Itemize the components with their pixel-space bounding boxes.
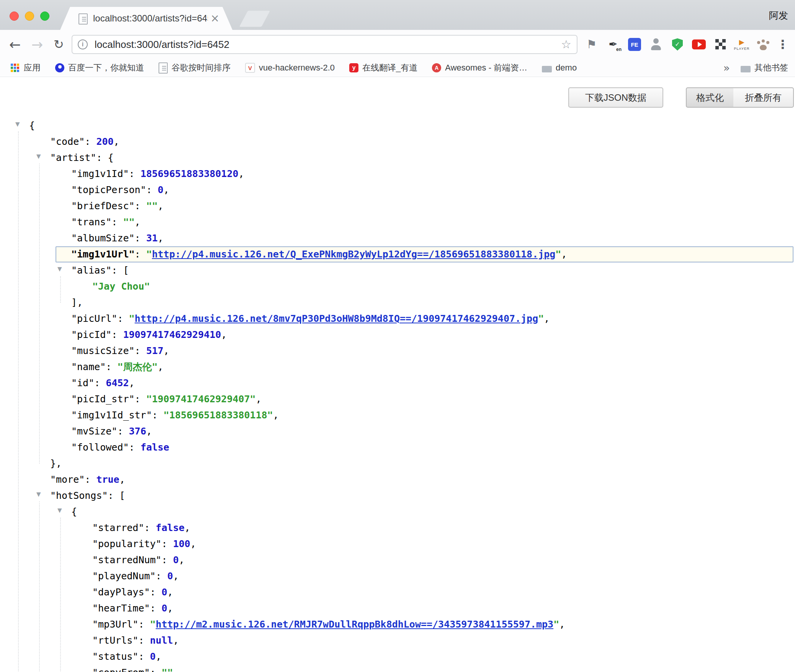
json-key: "starredNum" [92, 554, 162, 565]
json-line: { [0, 118, 795, 134]
collapse-toggle-icon[interactable]: ▼ [57, 266, 62, 272]
json-link[interactable]: http://m2.music.126.net/RMJR7wDullRqppBk… [156, 619, 554, 630]
minimize-window-button[interactable] [25, 11, 34, 21]
json-punct: , [158, 200, 164, 211]
bookmark-label: 谷歌按时间排序 [172, 62, 231, 74]
bookmark-item-vue-hackernews[interactable]: Vvue-hackernews-2.0 [245, 63, 335, 73]
extension-icon-flag[interactable]: ⚑ [584, 35, 599, 54]
other-bookmarks-button[interactable]: 其他书签 [741, 62, 788, 74]
new-tab-button[interactable] [239, 11, 270, 27]
json-link[interactable]: http://p4.music.126.net/Q_ExePNkmgB2yWyL… [152, 249, 556, 260]
json-punct: : [146, 184, 158, 195]
collapse-toggle-icon[interactable]: ▼ [15, 121, 20, 127]
address-bar[interactable]: i localhost:3000/artists?id=6452 ☆ [72, 35, 577, 54]
json-key: "musicSize" [71, 345, 135, 356]
json-punct: , [173, 635, 179, 646]
bookmark-item-baidu[interactable]: 百度一下，你就知道 [55, 62, 144, 74]
format-button[interactable]: 格式化 [686, 87, 734, 108]
json-key: "starred" [92, 522, 144, 533]
json-number: 0 [173, 554, 179, 565]
extension-icon-fe[interactable]: FE [627, 35, 642, 54]
json-punct: , [156, 651, 162, 662]
extension-icon-youtube[interactable] [692, 35, 706, 54]
bookmarks-right: » 其他书签 [723, 59, 788, 77]
json-punct: : [94, 377, 106, 388]
json-punct: : [129, 442, 141, 453]
json-string: "" [146, 200, 158, 211]
json-line: "followed": false [0, 439, 795, 456]
json-punct: , [164, 184, 169, 195]
json-line: "hearTime": 0, [0, 600, 795, 616]
json-key: "mvSize" [71, 426, 117, 437]
page-content: 下载JSON数据 格式化 折叠所有 {▼"code": 200,"artist"… [0, 77, 795, 672]
zoom-window-button[interactable] [40, 11, 49, 21]
json-link[interactable]: http://p4.music.126.net/8mv7qP30Pd3oHW8b… [135, 313, 538, 324]
json-key: "code" [50, 136, 85, 147]
json-number: 18569651883380120 [141, 168, 239, 179]
json-line: "albumSize": 31, [0, 230, 795, 246]
json-punct: , [146, 426, 152, 437]
json-string: " [146, 249, 152, 260]
close-window-button[interactable] [10, 11, 19, 21]
bookmark-item-apps[interactable]: 应用 [10, 62, 41, 74]
json-key: "hearTime" [92, 603, 150, 614]
json-punct: }, [50, 458, 62, 469]
extension-icon-shield[interactable]: ✓ [670, 35, 685, 54]
json-key: "name" [71, 361, 106, 372]
browser-menu-button[interactable]: ⋮ [777, 30, 789, 59]
bookmark-item-awesomes[interactable]: AAwesomes - 前端资… [432, 62, 527, 74]
json-punct: , [119, 474, 125, 485]
browser-tab[interactable]: localhost:3000/artists?id=645 × [60, 7, 232, 30]
folder-icon [741, 66, 751, 72]
json-line: "popularity": 100, [0, 536, 795, 552]
extension-icon-qr[interactable] [713, 35, 728, 54]
extension-icon-paw[interactable] [756, 35, 770, 54]
json-punct: , [190, 538, 196, 549]
json-punct: : [85, 136, 96, 147]
json-line: "briefDesc": "", [0, 198, 795, 214]
profile-name[interactable]: 阿发 [769, 9, 788, 22]
json-line: "code": 200, [0, 134, 795, 150]
json-punct: : [129, 168, 141, 179]
collapse-all-button[interactable]: 折叠所有 [733, 87, 794, 108]
json-number: 19097417462929410 [123, 329, 221, 340]
extension-icon-player[interactable]: ▶PLAYER [734, 35, 749, 54]
json-line: "starredNum": 0, [0, 552, 795, 568]
json-punct: { [71, 506, 77, 517]
bookmark-label: 百度一下，你就知道 [68, 62, 144, 74]
tab-close-icon[interactable]: × [211, 7, 219, 30]
json-number: 200 [96, 136, 113, 147]
json-key: "status" [92, 651, 138, 662]
json-punct: [ [119, 490, 125, 501]
json-key: "trans" [71, 216, 111, 228]
indent-guide [60, 518, 61, 672]
bookmark-item-demo[interactable]: demo [542, 63, 577, 73]
json-punct: : [150, 667, 162, 672]
player-glyph: ▶ [739, 39, 744, 46]
json-punct: , [158, 233, 164, 244]
reload-button[interactable]: ↻ [54, 30, 64, 59]
page-info-icon[interactable]: i [78, 39, 88, 49]
json-key: "hotSongs" [50, 490, 108, 501]
bookmark-star-icon[interactable]: ☆ [561, 36, 571, 53]
bookmark-item-youdao-translate[interactable]: y在线翻译_有道 [349, 62, 417, 74]
bookmark-item-google-sort[interactable]: 谷歌按时间排序 [159, 62, 231, 74]
collapse-toggle-icon[interactable]: ▼ [36, 154, 41, 159]
json-punct: , [167, 603, 173, 614]
download-json-button[interactable]: 下载JSON数据 [568, 87, 663, 108]
url-text[interactable]: localhost:3000/artists?id=6452 [95, 36, 229, 53]
indent-guide [39, 502, 40, 672]
json-line: "trans": "", [0, 214, 795, 230]
collapse-toggle-icon[interactable]: ▼ [36, 492, 41, 497]
extension-icon-person[interactable] [649, 35, 663, 54]
json-line: ], [0, 295, 795, 311]
extension-icon-youdao[interactable]: ✒en [606, 35, 620, 54]
json-punct: , [164, 345, 169, 356]
bookmarks-overflow-icon[interactable]: » [723, 62, 730, 74]
json-punct: , [179, 554, 185, 565]
json-number: 100 [173, 538, 190, 549]
back-button[interactable]: ← [9, 30, 21, 59]
collapse-toggle-icon[interactable]: ▼ [57, 508, 62, 513]
forward-button[interactable]: → [31, 30, 43, 59]
json-line: "picId": 19097417462929410, [0, 327, 795, 343]
